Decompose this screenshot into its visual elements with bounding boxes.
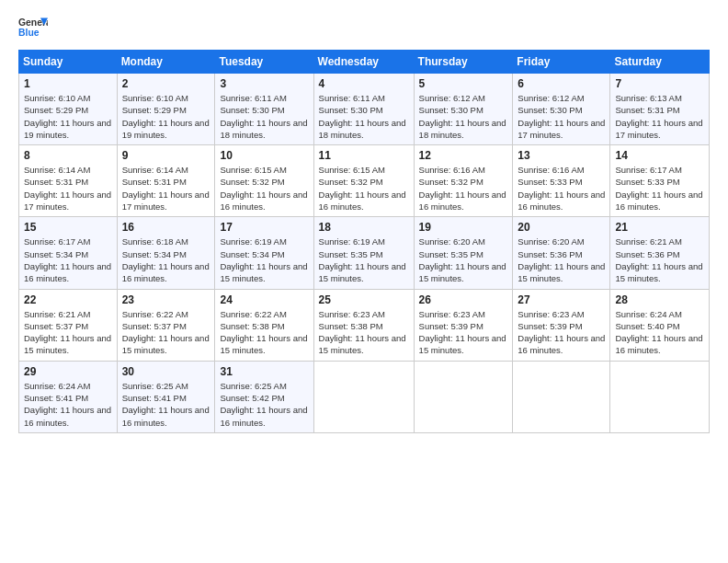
calendar-cell: 30 Sunrise: 6:25 AMSunset: 5:41 PMDaylig…	[117, 361, 215, 432]
calendar-cell: 16 Sunrise: 6:18 AMSunset: 5:34 PMDaylig…	[117, 217, 215, 289]
day-number: 4	[319, 77, 409, 90]
day-detail: Sunrise: 6:21 AMSunset: 5:36 PMDaylight:…	[615, 236, 702, 283]
page: General Blue SundayMondayTuesdayWednesda…	[0, 0, 728, 563]
calendar-day-header: Friday	[513, 51, 610, 74]
day-detail: Sunrise: 6:10 AMSunset: 5:29 PMDaylight:…	[122, 93, 210, 140]
calendar-cell: 24 Sunrise: 6:22 AMSunset: 5:38 PMDaylig…	[215, 289, 313, 361]
day-detail: Sunrise: 6:14 AMSunset: 5:31 PMDaylight:…	[122, 165, 210, 212]
calendar-week-row: 1 Sunrise: 6:10 AMSunset: 5:29 PMDayligh…	[19, 74, 710, 145]
calendar-header-row: SundayMondayTuesdayWednesdayThursdayFrid…	[19, 51, 710, 74]
day-detail: Sunrise: 6:11 AMSunset: 5:30 PMDaylight:…	[220, 93, 307, 140]
calendar-week-row: 8 Sunrise: 6:14 AMSunset: 5:31 PMDayligh…	[19, 145, 710, 217]
calendar-cell: 17 Sunrise: 6:19 AMSunset: 5:34 PMDaylig…	[215, 217, 313, 289]
day-number: 9	[122, 149, 210, 162]
day-detail: Sunrise: 6:15 AMSunset: 5:32 PMDaylight:…	[319, 165, 406, 212]
day-detail: Sunrise: 6:17 AMSunset: 5:34 PMDaylight:…	[24, 236, 111, 283]
day-number: 13	[518, 149, 605, 162]
day-detail: Sunrise: 6:24 AMSunset: 5:40 PMDaylight:…	[615, 309, 702, 356]
day-detail: Sunrise: 6:12 AMSunset: 5:30 PMDaylight:…	[518, 93, 605, 140]
day-detail: Sunrise: 6:19 AMSunset: 5:35 PMDaylight:…	[319, 236, 406, 283]
day-number: 12	[419, 149, 508, 162]
calendar-cell: 25 Sunrise: 6:23 AMSunset: 5:38 PMDaylig…	[313, 289, 414, 361]
calendar-cell: 20 Sunrise: 6:20 AMSunset: 5:36 PMDaylig…	[513, 217, 610, 289]
day-detail: Sunrise: 6:22 AMSunset: 5:37 PMDaylight:…	[122, 309, 210, 356]
day-detail: Sunrise: 6:15 AMSunset: 5:32 PMDaylight:…	[220, 165, 307, 212]
calendar-day-header: Wednesday	[313, 51, 414, 74]
day-detail: Sunrise: 6:18 AMSunset: 5:34 PMDaylight:…	[122, 236, 210, 283]
calendar-day-header: Thursday	[414, 51, 513, 74]
day-number: 10	[220, 149, 308, 162]
calendar-cell: 14 Sunrise: 6:17 AMSunset: 5:33 PMDaylig…	[610, 145, 710, 217]
day-detail: Sunrise: 6:21 AMSunset: 5:37 PMDaylight:…	[24, 309, 111, 356]
calendar-cell	[513, 361, 610, 432]
calendar-cell: 23 Sunrise: 6:22 AMSunset: 5:37 PMDaylig…	[117, 289, 215, 361]
day-detail: Sunrise: 6:14 AMSunset: 5:31 PMDaylight:…	[24, 165, 111, 212]
calendar-cell: 1 Sunrise: 6:10 AMSunset: 5:29 PMDayligh…	[19, 74, 118, 145]
day-detail: Sunrise: 6:17 AMSunset: 5:33 PMDaylight:…	[615, 165, 702, 212]
day-number: 6	[518, 77, 605, 90]
calendar-cell	[313, 361, 414, 432]
calendar-cell: 18 Sunrise: 6:19 AMSunset: 5:35 PMDaylig…	[313, 217, 414, 289]
day-number: 8	[24, 149, 112, 162]
calendar-day-header: Sunday	[19, 51, 118, 74]
calendar-cell: 4 Sunrise: 6:11 AMSunset: 5:30 PMDayligh…	[313, 74, 414, 145]
day-detail: Sunrise: 6:13 AMSunset: 5:31 PMDaylight:…	[615, 93, 702, 140]
day-number: 16	[122, 221, 210, 234]
calendar-cell: 27 Sunrise: 6:23 AMSunset: 5:39 PMDaylig…	[513, 289, 610, 361]
day-number: 23	[122, 293, 210, 306]
calendar-cell: 29 Sunrise: 6:24 AMSunset: 5:41 PMDaylig…	[19, 361, 118, 432]
day-detail: Sunrise: 6:10 AMSunset: 5:29 PMDaylight:…	[24, 93, 111, 140]
calendar-cell: 9 Sunrise: 6:14 AMSunset: 5:31 PMDayligh…	[117, 145, 215, 217]
calendar-cell: 28 Sunrise: 6:24 AMSunset: 5:40 PMDaylig…	[610, 289, 710, 361]
calendar-day-header: Monday	[117, 51, 215, 74]
day-number: 29	[24, 365, 112, 378]
day-detail: Sunrise: 6:23 AMSunset: 5:39 PMDaylight:…	[518, 309, 605, 356]
day-detail: Sunrise: 6:24 AMSunset: 5:41 PMDaylight:…	[24, 381, 111, 428]
logo-icon: General Blue	[18, 15, 48, 40]
day-detail: Sunrise: 6:20 AMSunset: 5:36 PMDaylight:…	[518, 236, 605, 283]
day-number: 18	[319, 221, 409, 234]
logo: General Blue	[18, 15, 48, 40]
calendar-week-row: 29 Sunrise: 6:24 AMSunset: 5:41 PMDaylig…	[19, 361, 710, 432]
calendar-cell: 5 Sunrise: 6:12 AMSunset: 5:30 PMDayligh…	[414, 74, 513, 145]
day-detail: Sunrise: 6:16 AMSunset: 5:32 PMDaylight:…	[419, 165, 506, 212]
day-number: 30	[122, 365, 210, 378]
day-number: 31	[220, 365, 308, 378]
calendar-cell: 15 Sunrise: 6:17 AMSunset: 5:34 PMDaylig…	[19, 217, 118, 289]
calendar-day-header: Saturday	[610, 51, 710, 74]
calendar-cell: 7 Sunrise: 6:13 AMSunset: 5:31 PMDayligh…	[610, 74, 710, 145]
calendar-cell	[610, 361, 710, 432]
calendar-table: SundayMondayTuesdayWednesdayThursdayFrid…	[18, 50, 710, 433]
calendar-week-row: 22 Sunrise: 6:21 AMSunset: 5:37 PMDaylig…	[19, 289, 710, 361]
day-detail: Sunrise: 6:25 AMSunset: 5:41 PMDaylight:…	[122, 381, 210, 428]
day-number: 15	[24, 221, 112, 234]
header: General Blue	[18, 15, 710, 40]
day-detail: Sunrise: 6:23 AMSunset: 5:38 PMDaylight:…	[319, 309, 406, 356]
day-number: 3	[220, 77, 308, 90]
day-number: 20	[518, 221, 605, 234]
calendar-cell: 19 Sunrise: 6:20 AMSunset: 5:35 PMDaylig…	[414, 217, 513, 289]
day-number: 27	[518, 293, 605, 306]
day-detail: Sunrise: 6:12 AMSunset: 5:30 PMDaylight:…	[419, 93, 506, 140]
day-number: 17	[220, 221, 308, 234]
day-number: 1	[24, 77, 112, 90]
calendar-cell: 10 Sunrise: 6:15 AMSunset: 5:32 PMDaylig…	[215, 145, 313, 217]
calendar-cell: 21 Sunrise: 6:21 AMSunset: 5:36 PMDaylig…	[610, 217, 710, 289]
day-detail: Sunrise: 6:20 AMSunset: 5:35 PMDaylight:…	[419, 236, 506, 283]
calendar-cell: 12 Sunrise: 6:16 AMSunset: 5:32 PMDaylig…	[414, 145, 513, 217]
calendar-cell: 3 Sunrise: 6:11 AMSunset: 5:30 PMDayligh…	[215, 74, 313, 145]
day-number: 14	[615, 149, 704, 162]
day-detail: Sunrise: 6:25 AMSunset: 5:42 PMDaylight:…	[220, 381, 307, 428]
day-number: 21	[615, 221, 704, 234]
calendar-cell: 22 Sunrise: 6:21 AMSunset: 5:37 PMDaylig…	[19, 289, 118, 361]
calendar-cell: 2 Sunrise: 6:10 AMSunset: 5:29 PMDayligh…	[117, 74, 215, 145]
calendar-cell	[414, 361, 513, 432]
day-detail: Sunrise: 6:19 AMSunset: 5:34 PMDaylight:…	[220, 236, 307, 283]
calendar-cell: 8 Sunrise: 6:14 AMSunset: 5:31 PMDayligh…	[19, 145, 118, 217]
day-number: 22	[24, 293, 112, 306]
calendar-week-row: 15 Sunrise: 6:17 AMSunset: 5:34 PMDaylig…	[19, 217, 710, 289]
day-detail: Sunrise: 6:16 AMSunset: 5:33 PMDaylight:…	[518, 165, 605, 212]
day-number: 2	[122, 77, 210, 90]
day-detail: Sunrise: 6:23 AMSunset: 5:39 PMDaylight:…	[419, 309, 506, 356]
day-number: 25	[319, 293, 409, 306]
